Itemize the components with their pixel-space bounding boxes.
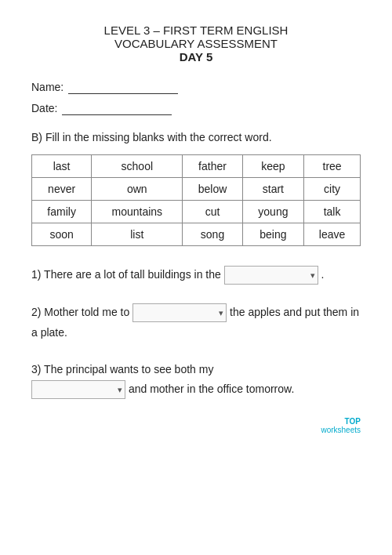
table-cell: below (183, 178, 242, 201)
table-cell: never (32, 178, 92, 201)
q2-text-before: Mother told me to (44, 306, 132, 318)
name-label: Name: (31, 81, 64, 93)
table-cell: school (92, 155, 183, 178)
table-cell: mountains (92, 201, 183, 223)
question-2: 2) Mother told me to cutkeepstartbelowci… (31, 303, 361, 343)
q3-number: 3) (31, 363, 44, 375)
q2-select[interactable]: cutkeepstartbelowcitytreeschoollastnever… (132, 303, 227, 322)
table-cell: cut (183, 201, 242, 223)
table-cell: list (92, 223, 183, 246)
q1-blank[interactable]: citytreekeepschoollastneverfamilysoonfat… (224, 266, 318, 285)
footer: TOP worksheets (31, 417, 361, 434)
table-cell: city (304, 178, 361, 201)
q3-blank[interactable]: fatherfamilybelowcitytreeschoollastnever… (31, 380, 125, 400)
name-date-section: Name: Date: (31, 79, 361, 115)
q3-text-before: The principal wants to see both my (44, 363, 213, 375)
date-row: Date: (31, 100, 361, 115)
page-header: LEVEL 3 – FIRST TERM ENGLISH VOCABULARY … (31, 24, 361, 63)
table-cell: young (242, 201, 304, 223)
word-table: lastschoolfatherkeeptreeneverownbelowsta… (31, 154, 361, 246)
table-cell: father (183, 155, 242, 178)
q3-text-after: and mother in the office tomorrow. (129, 383, 294, 395)
question-3: 3) The principal wants to see both my fa… (31, 360, 361, 400)
q1-select[interactable]: citytreekeepschoollastneverfamilysoonfat… (224, 266, 318, 285)
date-label: Date: (31, 102, 57, 114)
footer-top: TOP (31, 417, 361, 426)
instruction-text: B) Fill in the missing blanks with the c… (31, 131, 361, 143)
header-line3: DAY 5 (31, 50, 361, 63)
date-input[interactable] (62, 100, 172, 115)
q3-select[interactable]: fatherfamilybelowcitytreeschoollastnever… (31, 380, 125, 399)
table-cell: own (92, 178, 183, 201)
table-cell: being (242, 223, 304, 246)
table-cell: song (183, 223, 242, 246)
table-cell: leave (304, 223, 361, 246)
table-cell: start (242, 178, 304, 201)
q1-number: 1) (31, 268, 44, 281)
header-line2: VOCABULARY ASSESSMENT (31, 37, 361, 50)
questions-section: 1) There are a lot of tall buildings in … (31, 265, 361, 400)
table-cell: keep (242, 155, 304, 178)
table-cell: family (32, 201, 92, 223)
table-cell: talk (304, 201, 361, 223)
q1-text-after: . (321, 268, 325, 281)
table-cell: last (32, 155, 92, 178)
table-cell: tree (304, 155, 361, 178)
name-input[interactable] (68, 79, 178, 94)
q2-blank[interactable]: cutkeepstartbelowcitytreeschoollastnever… (132, 303, 227, 323)
table-cell: soon (32, 223, 92, 246)
q1-text-before: There are a lot of tall buildings in the (44, 268, 224, 281)
footer-worksheets: worksheets (31, 426, 361, 434)
name-row: Name: (31, 79, 361, 94)
q2-number: 2) (31, 306, 44, 318)
header-line1: LEVEL 3 – FIRST TERM ENGLISH (31, 24, 361, 37)
question-1: 1) There are a lot of tall buildings in … (31, 265, 361, 285)
